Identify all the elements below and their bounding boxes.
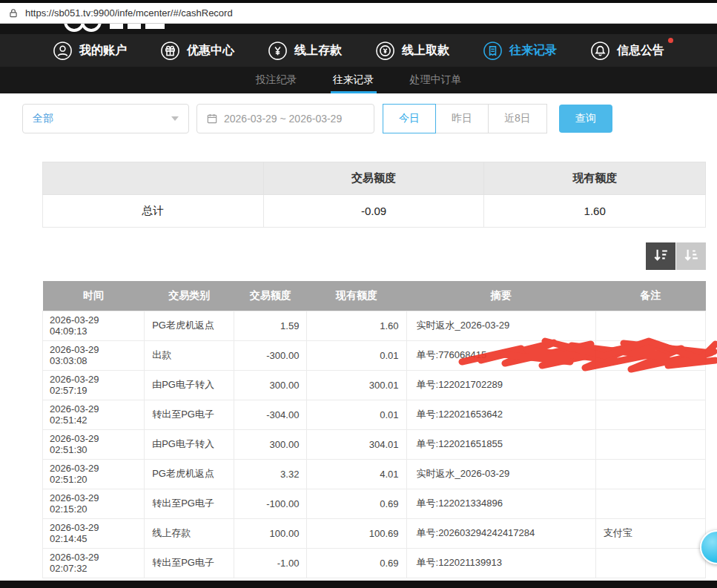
records-section: 时间交易类别交易额度现有额度摘要备注 2026-03-29 04:09:13PG…	[42, 281, 706, 578]
nav-item-label: 我的账户	[79, 43, 127, 59]
column-header-balance: 现有额度	[307, 281, 406, 311]
summary-transaction-total: -0.09	[263, 195, 484, 228]
filter-row: 全部 2026-03-29 ~ 2026-03-29 今日昨日近8日 查询	[22, 104, 706, 133]
cell-summary: 单号:202603294242417284	[406, 518, 595, 548]
url-text: https://sb051.tv:9900/infe/mcenter/#/cas…	[25, 7, 233, 19]
cell-time: 2026-03-29 02:57:19	[43, 370, 145, 400]
cell-balance: 0.69	[307, 548, 406, 578]
user-icon	[53, 41, 73, 61]
nav-item-records[interactable]: 往来记录	[483, 41, 557, 61]
logo-shape	[145, 24, 165, 29]
cell-balance: 100.69	[307, 518, 406, 548]
quick-date-buttons: 今日昨日近8日	[383, 104, 547, 133]
content: 全部 2026-03-29 ~ 2026-03-29 今日昨日近8日 查询 交易…	[0, 93, 717, 578]
cell-amount: -1.00	[234, 548, 307, 578]
cell-time: 2026-03-29 02:14:45	[43, 518, 145, 548]
subnav-item-pending-orders[interactable]: 处理中订单	[408, 67, 464, 93]
cell-time: 2026-03-29 04:09:13	[43, 311, 145, 340]
quick-button-last-8-days[interactable]: 近8日	[488, 104, 547, 133]
nav-item-deposit[interactable]: 线上存款	[268, 41, 342, 61]
nav-item-promotions[interactable]: 优惠中心	[160, 41, 234, 61]
cell-remark	[595, 311, 705, 340]
column-header-time: 时间	[43, 281, 145, 311]
column-header-remark: 备注	[595, 281, 705, 311]
cell-amount: -300.00	[234, 340, 307, 370]
table-row: 2026-03-29 02:51:20PG老虎机返点3.324.01实时返水_2…	[43, 459, 706, 489]
table-row: 2026-03-29 02:07:32转出至PG电子-1.000.69单号:12…	[43, 548, 706, 578]
cell-type: PG老虎机返点	[145, 459, 234, 489]
cell-amount: -304.00	[234, 400, 307, 429]
nav-item-label: 线上取款	[402, 43, 449, 59]
cell-type: 由PG电子转入	[145, 370, 234, 400]
record-icon	[483, 41, 503, 61]
nav-item-my-account[interactable]: 我的账户	[53, 41, 127, 61]
withdraw-icon	[375, 41, 395, 61]
sort-asc-icon	[683, 247, 699, 265]
cell-balance: 0.01	[307, 400, 406, 429]
cell-balance: 304.01	[307, 429, 406, 459]
table-row: 2026-03-29 03:03:08出款-300.000.01单号:77606…	[43, 340, 706, 370]
sort-desc-button[interactable]	[646, 242, 675, 270]
cell-time: 2026-03-29 02:51:20	[43, 459, 145, 489]
date-range-value: 2026-03-29 ~ 2026-03-29	[224, 113, 342, 125]
cell-amount: 300.00	[234, 370, 307, 400]
records-tbody: 2026-03-29 04:09:13PG老虎机返点1.591.60实时返水_2…	[43, 311, 706, 578]
date-range-input[interactable]: 2026-03-29 ~ 2026-03-29	[196, 104, 374, 133]
summary-balance-total: 1.60	[484, 195, 706, 228]
cell-type: PG老虎机返点	[145, 311, 234, 340]
logo-shape	[110, 24, 123, 29]
summary-header-blank	[43, 162, 264, 195]
summary-total-label: 总计	[43, 195, 264, 228]
logo-shape	[81, 24, 102, 32]
cell-amount: 300.00	[234, 429, 307, 459]
sort-desc-icon	[652, 247, 669, 265]
cell-remark	[595, 489, 705, 518]
cell-remark	[595, 459, 705, 489]
cell-amount: 100.00	[234, 518, 307, 548]
subnav-item-transaction-records[interactable]: 往来记录	[331, 67, 377, 93]
subnav-item-bet-records[interactable]: 投注纪录	[254, 67, 300, 93]
cell-summary: 单号:122021702289	[406, 370, 595, 400]
cell-summary: 单号:122021139913	[406, 548, 595, 578]
cell-summary: 实时返水_2026-03-29	[406, 459, 595, 489]
nav-item-label: 信息公告	[617, 43, 664, 59]
cell-remark: 支付宝	[595, 518, 705, 548]
browser-url-bar[interactable]: https://sb051.tv:9900/infe/mcenter/#/cas…	[0, 3, 717, 24]
chevron-down-icon	[171, 116, 179, 121]
column-header-amount: 交易额度	[234, 281, 307, 311]
cell-summary: 单号:122021651855	[406, 429, 595, 459]
summary-table: 交易额度 现有额度 总计 -0.09 1.60	[42, 162, 706, 228]
column-header-summary: 摘要	[406, 281, 595, 311]
nav-item-withdraw[interactable]: 线上取款	[375, 41, 449, 61]
cell-time: 2026-03-29 02:51:30	[43, 429, 145, 459]
cell-type: 由PG电子转入	[145, 429, 234, 459]
table-row: 2026-03-29 04:09:13PG老虎机返点1.591.60实时返水_2…	[43, 311, 706, 340]
cell-type: 出款	[145, 340, 234, 370]
summary-header-balance: 现有额度	[484, 162, 706, 195]
nav-item-label: 往来记录	[509, 43, 557, 59]
site-logo-partial	[0, 24, 717, 34]
type-select[interactable]: 全部	[22, 104, 189, 133]
cell-type: 转出至PG电子	[145, 400, 234, 429]
cell-remark	[595, 370, 705, 400]
summary-row: 总计 -0.09 1.60	[43, 195, 706, 228]
table-row: 2026-03-29 02:57:19由PG电子转入300.00300.01单号…	[43, 370, 706, 400]
sort-asc-button[interactable]	[676, 242, 706, 270]
quick-button-yesterday[interactable]: 昨日	[435, 104, 489, 133]
type-select-value: 全部	[33, 112, 53, 125]
cell-type: 转出至PG电子	[145, 548, 234, 578]
table-row: 2026-03-29 02:51:42转出至PG电子-304.000.01单号:…	[43, 400, 706, 429]
calendar-icon	[206, 113, 218, 125]
column-header-type: 交易类别	[145, 281, 234, 311]
nav-item-announcements[interactable]: 信息公告	[590, 41, 664, 61]
search-button[interactable]: 查询	[559, 105, 612, 133]
cell-remark	[595, 340, 705, 370]
quick-button-today[interactable]: 今日	[383, 104, 436, 133]
records-header-row: 时间交易类别交易额度现有额度摘要备注	[43, 281, 706, 311]
cell-remark	[595, 400, 705, 429]
cell-balance: 0.01	[307, 340, 406, 370]
summary-header-transaction: 交易额度	[263, 162, 484, 195]
cell-time: 2026-03-29 02:51:42	[43, 400, 145, 429]
bell-icon	[590, 41, 610, 61]
cell-remark	[595, 548, 705, 578]
